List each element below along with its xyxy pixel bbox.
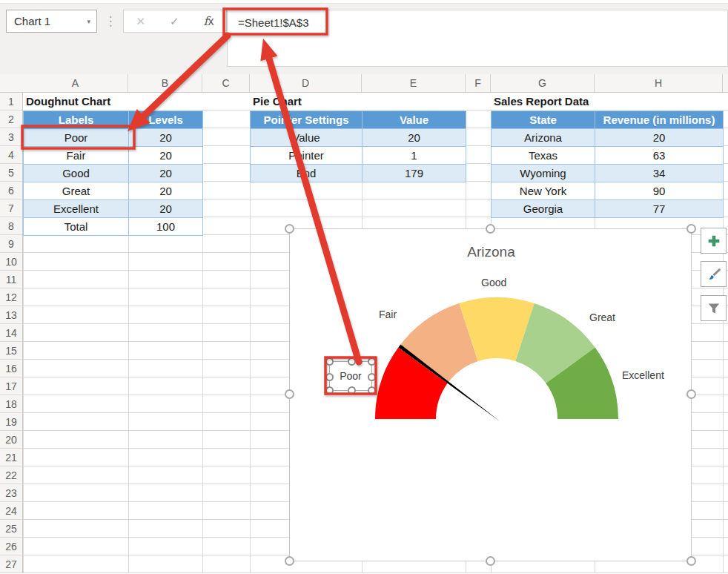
cell[interactable]: 63 [595, 147, 724, 165]
cell[interactable]: Georgia [492, 200, 595, 218]
column-header-H[interactable]: H [595, 74, 723, 92]
column-header-G[interactable]: G [491, 74, 595, 92]
cell[interactable]: 20 [129, 200, 203, 218]
selection-handle[interactable] [325, 386, 334, 395]
cell[interactable]: 34 [595, 165, 724, 182]
table-header-cell[interactable]: Labels [24, 111, 129, 129]
label-excellent[interactable]: Excellent [622, 369, 664, 381]
row-header-11[interactable]: 11 [0, 271, 22, 288]
formula-bar[interactable]: =Sheet1!$A$3 [227, 10, 728, 67]
cell[interactable]: Wyoming [492, 165, 595, 182]
row-header-25[interactable]: 25 [0, 520, 22, 538]
row-header-21[interactable]: 21 [0, 449, 22, 466]
selected-data-label-poor[interactable]: Poor [329, 361, 372, 391]
selection-handle[interactable] [368, 357, 376, 366]
chart-title[interactable]: Arizona [290, 244, 692, 260]
row-header-20[interactable]: 20 [0, 431, 22, 449]
cell[interactable]: Total [24, 218, 129, 236]
row-header-14[interactable]: 14 [0, 324, 22, 342]
cell[interactable]: 20 [129, 165, 203, 182]
row-header-13[interactable]: 13 [0, 306, 22, 324]
cell[interactable]: Poor [24, 129, 129, 147]
cell[interactable]: 20 [129, 147, 203, 165]
column-header-E[interactable]: E [362, 74, 466, 92]
selection-handle[interactable] [325, 357, 334, 366]
cancel-icon[interactable]: ✕ [136, 15, 145, 28]
column-header-C[interactable]: C [202, 74, 250, 92]
chart-filters-button[interactable] [701, 295, 727, 321]
row-header-7[interactable]: 7 [0, 199, 22, 217]
row-header-8[interactable]: 8 [0, 217, 22, 235]
chart-resize-handle[interactable] [486, 556, 495, 566]
chart-resize-handle[interactable] [686, 389, 696, 399]
cell[interactable]: 20 [595, 129, 724, 147]
row-header-5[interactable]: 5 [0, 164, 22, 182]
row-header-4[interactable]: 4 [0, 146, 22, 164]
chart-resize-handle[interactable] [285, 556, 294, 566]
cell[interactable]: 90 [595, 182, 724, 200]
label-fair[interactable]: Fair [379, 309, 397, 320]
row-header-12[interactable]: 12 [0, 288, 22, 306]
cell[interactable]: 20 [129, 182, 203, 200]
row-header-27[interactable]: 27 [0, 555, 22, 573]
row-header-1[interactable]: 1 [0, 93, 22, 110]
label-great[interactable]: Great [589, 311, 615, 323]
cell[interactable]: 20 [129, 129, 203, 147]
chart-resize-handle[interactable] [285, 224, 294, 234]
gauge-chart[interactable]: Arizona Fair Good Great Excellent Poor [289, 228, 692, 561]
column-header-A[interactable]: A [23, 74, 128, 92]
cell[interactable]: 20 [363, 129, 466, 147]
cell[interactable]: Good [24, 165, 129, 182]
selection-handle[interactable] [325, 373, 334, 381]
cell[interactable]: Texas [492, 147, 595, 165]
row-header-10[interactable]: 10 [0, 253, 22, 271]
column-header-F[interactable]: F [466, 74, 491, 92]
cell[interactable]: Value [251, 129, 363, 147]
cell[interactable]: 1 [363, 147, 466, 165]
row-header-26[interactable]: 26 [0, 538, 22, 555]
row-header-15[interactable]: 15 [0, 342, 22, 360]
name-box[interactable]: Chart 1 ▾ [6, 10, 97, 33]
label-good[interactable]: Good [481, 277, 506, 288]
column-header-B[interactable]: B [128, 74, 202, 92]
table-header-cell[interactable]: Levels [129, 111, 203, 129]
row-header-22[interactable]: 22 [0, 466, 22, 484]
chart-elements-button[interactable] [701, 228, 727, 254]
selection-handle[interactable] [348, 386, 356, 395]
row-header-19[interactable]: 19 [0, 413, 22, 431]
cell[interactable]: 77 [595, 200, 724, 218]
row-header-16[interactable]: 16 [0, 360, 22, 377]
selection-handle[interactable] [368, 386, 376, 395]
row-header-18[interactable]: 18 [0, 395, 22, 413]
chart-resize-handle[interactable] [686, 224, 696, 234]
insert-function-icon[interactable]: fx [204, 14, 214, 28]
row-header-9[interactable]: 9 [0, 235, 22, 253]
column-header-D[interactable]: D [250, 74, 362, 92]
table-header-cell[interactable]: Value [363, 111, 466, 129]
row-header-17[interactable]: 17 [0, 377, 22, 395]
chart-resize-handle[interactable] [486, 224, 495, 234]
chart-styles-button[interactable] [701, 261, 727, 287]
chevron-down-icon[interactable]: ▾ [87, 18, 90, 25]
cell[interactable]: Pointer [251, 147, 363, 165]
cell[interactable]: 179 [363, 165, 466, 182]
row-header-6[interactable]: 6 [0, 182, 22, 199]
selection-handle[interactable] [348, 357, 356, 366]
cell[interactable]: Great [24, 182, 129, 200]
row-header-2[interactable]: 2 [0, 110, 22, 128]
row-header-23[interactable]: 23 [0, 484, 22, 502]
row-header-24[interactable]: 24 [0, 502, 22, 520]
cell[interactable]: New York [492, 182, 595, 200]
table-header-cell[interactable]: Revenue (in millions) [595, 111, 724, 129]
cell[interactable]: End [251, 165, 363, 182]
enter-icon[interactable]: ✓ [170, 15, 179, 28]
table-header-cell[interactable]: State [492, 111, 595, 129]
row-header-3[interactable]: 3 [0, 128, 22, 146]
cell[interactable]: Excellent [24, 200, 129, 218]
table-header-cell[interactable]: Pointer Settings [251, 111, 363, 129]
chart-resize-handle[interactable] [686, 556, 696, 566]
cell[interactable]: Arizona [492, 129, 595, 147]
cell[interactable]: Fair [24, 147, 129, 165]
chart-resize-handle[interactable] [285, 389, 294, 399]
selection-handle[interactable] [368, 373, 376, 381]
